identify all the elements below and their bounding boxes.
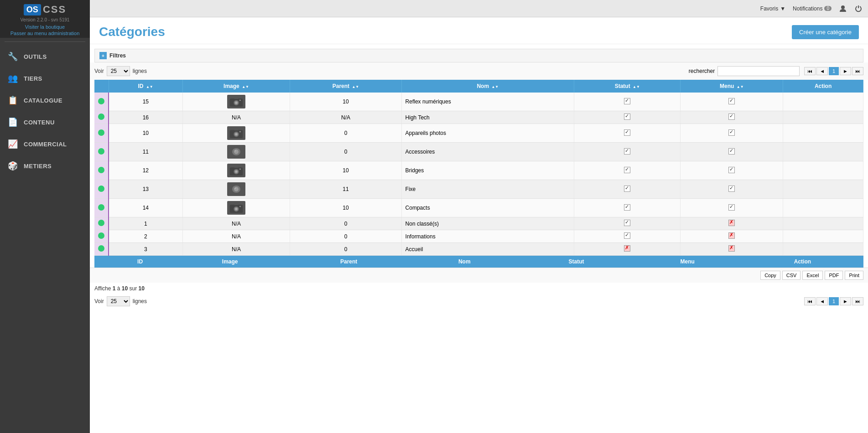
row-statut[interactable] <box>574 111 681 124</box>
visit-shop-link[interactable]: Visiter la boutique <box>25 24 65 30</box>
row-menu[interactable] <box>681 217 783 230</box>
page-bottom-next-button[interactable]: ► <box>840 297 851 305</box>
create-category-button[interactable]: Créer une catégorie <box>792 25 859 39</box>
row-parent: 10 <box>290 93 401 111</box>
sidebar-item-tiers-label: TIERS <box>24 75 42 82</box>
print-button[interactable]: Print <box>845 271 863 280</box>
col-header-nom[interactable]: Nom ▲▼ <box>401 80 574 93</box>
page-prev-button[interactable]: ◄ <box>816 67 828 75</box>
sidebar-item-contenu[interactable]: 📄 CONTENU <box>0 111 90 133</box>
pagination-top: ⏮ ◄ 1 ► ⏭ <box>804 67 863 75</box>
row-statut[interactable] <box>574 199 681 217</box>
page-last-button[interactable]: ⏭ <box>852 67 863 75</box>
row-statut[interactable] <box>574 180 681 199</box>
page-bottom-number-1[interactable]: 1 <box>829 297 839 305</box>
col-header-parent[interactable]: Parent ▲▼ <box>290 80 401 93</box>
categories-table: ID ▲▼ Image ▲▼ Parent ▲▼ Nom <box>94 80 863 256</box>
row-statut[interactable] <box>574 217 681 230</box>
filter-section: + Filtres <box>94 49 863 62</box>
pagination-bottom: ⏮ ◄ 1 ► ⏭ <box>804 297 863 305</box>
row-statut[interactable] <box>574 93 681 111</box>
green-circle-icon <box>98 98 104 104</box>
row-image: N/A <box>182 111 290 124</box>
checkbox-x-icon <box>728 232 735 239</box>
col-image-sort[interactable]: ▲▼ <box>242 85 249 89</box>
col-header-menu[interactable]: Menu ▲▼ <box>681 80 783 93</box>
row-image <box>182 124 290 143</box>
col-statut-sort[interactable]: ▲▼ <box>633 85 640 89</box>
row-nom: Fixe <box>401 180 574 199</box>
row-id: 11 <box>109 143 182 161</box>
notifications-menu[interactable]: Notifications 0 <box>793 5 832 12</box>
sidebar-item-metiers[interactable]: 🎲 METIERS <box>0 155 90 177</box>
pdf-button[interactable]: PDF <box>825 271 843 280</box>
user-icon[interactable] <box>839 5 847 13</box>
row-menu[interactable] <box>681 230 783 243</box>
row-menu[interactable] <box>681 243 783 256</box>
row-menu[interactable] <box>681 199 783 217</box>
col-nom-sort[interactable]: ▲▼ <box>491 85 499 89</box>
row-status-cell[interactable] <box>94 217 109 230</box>
page-bottom-prev-button[interactable]: ◄ <box>816 297 828 305</box>
row-status-cell[interactable] <box>94 199 109 217</box>
col-parent-sort[interactable]: ▲▼ <box>352 85 359 89</box>
row-statut[interactable] <box>574 161 681 180</box>
row-menu[interactable] <box>681 161 783 180</box>
sidebar-item-catalogue[interactable]: 📋 CATALOGUE <box>0 89 90 111</box>
table-row: 2N/A0Informations <box>94 230 863 243</box>
lignes-bottom-label: lignes <box>133 298 147 304</box>
page-next-button[interactable]: ► <box>840 67 851 75</box>
row-status-cell[interactable] <box>94 180 109 199</box>
row-image <box>182 180 290 199</box>
sidebar-item-outils[interactable]: 🔧 OUTILS <box>0 46 90 67</box>
row-action <box>783 124 863 143</box>
row-menu[interactable] <box>681 93 783 111</box>
page-bottom-first-button[interactable]: ⏮ <box>804 297 816 305</box>
row-status-cell[interactable] <box>94 111 109 124</box>
page-number-1[interactable]: 1 <box>829 67 839 75</box>
search-input[interactable] <box>717 66 800 76</box>
svg-point-25 <box>234 187 239 191</box>
voir-select-bottom[interactable]: 25 10 50 100 <box>107 296 130 306</box>
checkbox-checked-icon <box>624 98 630 104</box>
row-nom: Bridges <box>401 161 574 180</box>
row-parent: N/A <box>290 111 401 124</box>
row-status-cell[interactable] <box>94 161 109 180</box>
col-header-image[interactable]: Image ▲▼ <box>182 80 290 93</box>
copy-button[interactable]: Copy <box>760 271 780 280</box>
favoris-menu[interactable]: Favoris ▼ <box>760 5 785 12</box>
row-id: 3 <box>109 243 182 256</box>
page-bottom-last-button[interactable]: ⏭ <box>852 297 863 305</box>
admin-menu-link[interactable]: Passer au menu administration <box>10 31 80 36</box>
row-status-cell[interactable] <box>94 230 109 243</box>
col-header-statut[interactable]: Statut ▲▼ <box>574 80 681 93</box>
row-statut[interactable] <box>574 243 681 256</box>
row-statut[interactable] <box>574 230 681 243</box>
sidebar-item-tiers[interactable]: 👥 TIERS <box>0 67 90 89</box>
row-statut[interactable] <box>574 124 681 143</box>
row-status-cell[interactable] <box>94 143 109 161</box>
row-statut[interactable] <box>574 143 681 161</box>
row-status-cell[interactable] <box>94 243 109 256</box>
page-first-button[interactable]: ⏮ <box>804 67 816 75</box>
svg-point-5 <box>235 102 238 104</box>
sidebar-item-commercial[interactable]: 📈 COMMERCIAL <box>0 133 90 155</box>
row-status-cell[interactable] <box>94 93 109 111</box>
row-id: 13 <box>109 180 182 199</box>
row-menu[interactable] <box>681 124 783 143</box>
power-icon[interactable] <box>854 5 863 13</box>
row-menu[interactable] <box>681 143 783 161</box>
row-status-cell[interactable] <box>94 124 109 143</box>
col-id-sort[interactable]: ▲▼ <box>146 85 153 89</box>
csv-button[interactable]: CSV <box>782 271 801 280</box>
filter-toggle-icon[interactable]: + <box>99 52 107 59</box>
col-header-id[interactable]: ID ▲▼ <box>109 80 182 93</box>
row-parent: 0 <box>290 143 401 161</box>
excel-button[interactable]: Excel <box>802 271 823 280</box>
svg-rect-2 <box>234 97 238 99</box>
col-menu-sort[interactable]: ▲▼ <box>737 85 744 89</box>
voir-select[interactable]: 25 10 50 100 <box>107 66 130 76</box>
row-menu[interactable] <box>681 111 783 124</box>
row-menu[interactable] <box>681 180 783 199</box>
table-body: 15 10Reflex numériques16N/AN/AHigh Tech1… <box>94 93 863 256</box>
